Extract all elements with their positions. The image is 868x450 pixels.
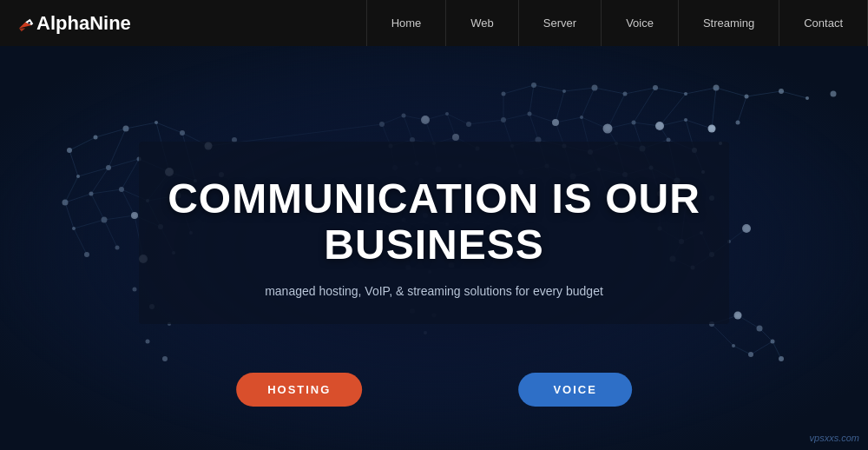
logo[interactable]: AlphaNine	[0, 12, 174, 35]
nav-item-home[interactable]: Home	[366, 0, 446, 46]
hero-subtitle: managed hosting, VoIP, & streaming solut…	[156, 284, 712, 298]
nav-item-voice[interactable]: Voice	[601, 0, 678, 46]
nav-link-voice[interactable]: Voice	[601, 0, 678, 46]
hero-cta-buttons: HOSTING VOICE	[236, 373, 632, 407]
nav-item-contact[interactable]: Contact	[779, 0, 868, 46]
nav-item-web[interactable]: Web	[445, 0, 518, 46]
nav-link-server[interactable]: Server	[518, 0, 601, 46]
logo-alpha: Alpha	[36, 12, 89, 34]
nav-link-streaming[interactable]: Streaming	[678, 0, 779, 46]
nav-item-server[interactable]: Server	[518, 0, 601, 46]
svg-point-0	[28, 21, 30, 23]
hero-content-panel: COMMUNICATION IS OUR BUSINESS managed ho…	[139, 142, 729, 324]
hero-title: COMMUNICATION IS OUR BUSINESS	[156, 176, 712, 268]
logo-icon	[17, 17, 36, 33]
nav-item-streaming[interactable]: Streaming	[678, 0, 779, 46]
nav-link-web[interactable]: Web	[445, 0, 518, 46]
hero-title-line2: BUSINESS	[324, 222, 543, 268]
hero-title-line1: COMMUNICATION IS OUR	[168, 175, 700, 222]
nav-list: Home Web Server Voice Streaming Contact	[174, 0, 868, 46]
voice-button[interactable]: VOICE	[518, 373, 631, 407]
watermark: vpsxxs.com	[810, 433, 859, 443]
main-nav: AlphaNine Home Web Server Voice Streamin…	[0, 0, 868, 46]
nav-link-home[interactable]: Home	[366, 0, 446, 46]
hosting-button[interactable]: HOSTING	[236, 373, 362, 407]
hero-section: COMMUNICATION IS OUR BUSINESS managed ho…	[0, 46, 868, 450]
logo-nine: Nine	[89, 12, 131, 34]
nav-link-contact[interactable]: Contact	[779, 0, 868, 46]
